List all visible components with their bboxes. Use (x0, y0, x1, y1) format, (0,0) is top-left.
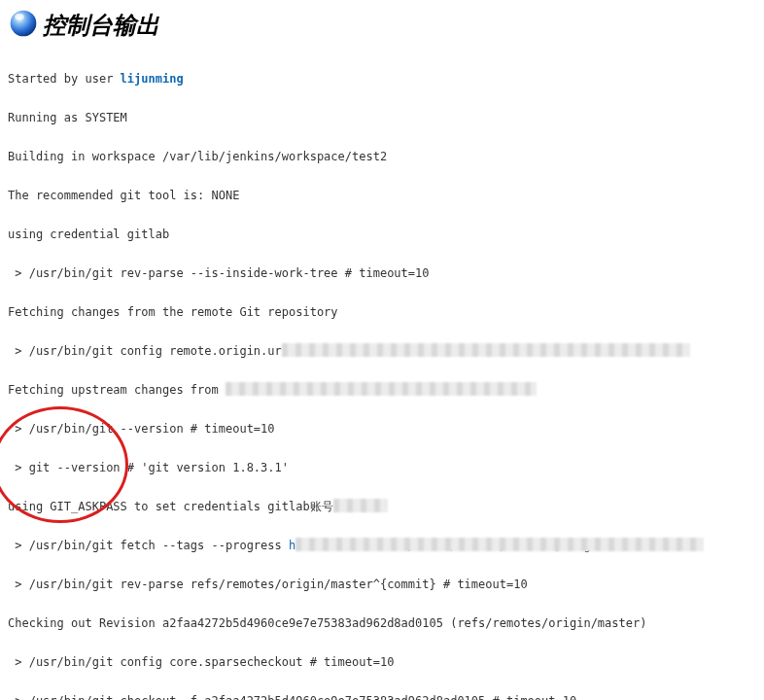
console-line: Fetching changes from the remote Git rep… (8, 302, 756, 322)
svg-point-0 (11, 11, 37, 37)
user-link[interactable]: lijunming (121, 72, 184, 86)
redacted-region (282, 341, 352, 361)
console-line: > /usr/bin/git rev-parse refs/remotes/or… (8, 575, 756, 594)
console-line: using credential gitlab (8, 225, 756, 244)
console-line: > git --version # 'git version 1.8.3.1' (8, 458, 756, 477)
console-line: Fetching upstream changes from (8, 380, 756, 400)
page-header: 控制台输出 (8, 8, 756, 42)
text-fragment: using GIT_ASKPASS to set credentials git… (8, 500, 333, 513)
console-line: > /usr/bin/git rev-parse --is-inside-wor… (8, 263, 756, 283)
page-title: 控制台输出 (43, 10, 159, 41)
redacted-region (333, 497, 347, 516)
redacted-region (226, 380, 282, 400)
console-line: > /usr/bin/git config remote.origin.ur t… (8, 341, 756, 361)
console-line: Checking out Revision a2faa4272b5d4960ce… (8, 613, 756, 633)
console-line: Started by user lijunming (8, 69, 756, 88)
orb-icon (8, 8, 39, 42)
console-line: > /usr/bin/git config core.sparsecheckou… (8, 652, 756, 672)
console-line: > /usr/bin/git --version # timeout=10 (8, 419, 756, 438)
remote-link[interactable]: h (289, 539, 295, 552)
console-line: The recommended git tool is: NONE (8, 186, 756, 205)
started-by-prefix: Started by user (8, 72, 121, 86)
text-fragment: > /usr/bin/git fetch --tags --progress (8, 539, 289, 552)
text-fragment: Fetching upstream changes from (8, 383, 226, 397)
console-line: Building in workspace /var/lib/jenkins/w… (8, 147, 756, 166)
console-line: > /usr/bin/git fetch --tags --progress h… (8, 536, 756, 555)
console-line: Running as SYSTEM (8, 108, 756, 127)
console-line: > /usr/bin/git checkout -f a2faa4272b5d4… (8, 691, 756, 700)
redacted-region (295, 536, 365, 555)
svg-point-1 (15, 14, 23, 20)
console-line: using GIT_ASKPASS to set credentials git… (8, 497, 756, 516)
text-fragment: > /usr/bin/git config remote.origin.ur (8, 344, 282, 358)
console-output: Started by user lijunming Running as SYS… (8, 50, 756, 700)
